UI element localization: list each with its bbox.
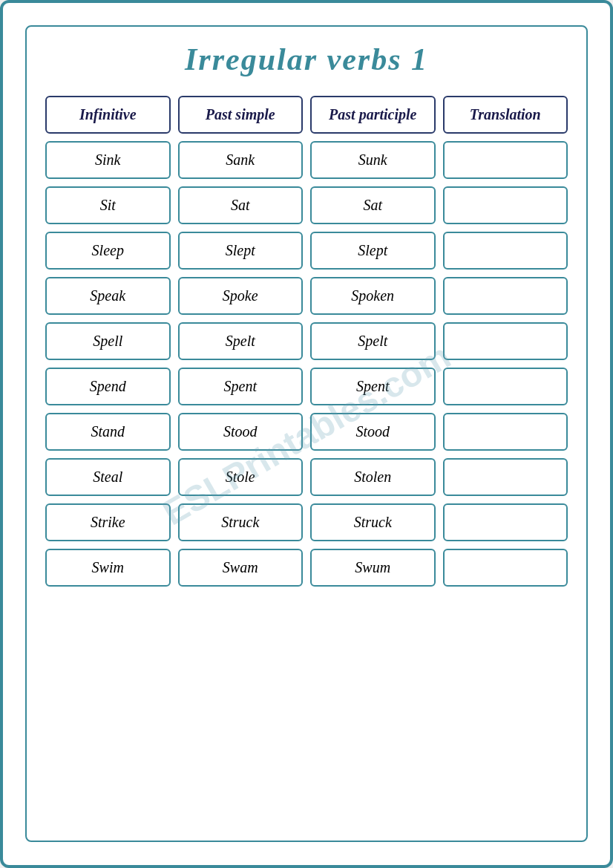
past-simple-cell: Slept <box>178 232 304 270</box>
translation-cell[interactable] <box>443 141 568 179</box>
translation-cell[interactable] <box>443 503 568 541</box>
translation-cell[interactable] <box>443 322 568 360</box>
infinitive-cell: Sink <box>45 141 171 179</box>
infinitive-cell: Sit <box>45 186 171 224</box>
table-row: SpendSpentSpent <box>45 368 568 405</box>
translation-cell[interactable] <box>443 549 568 587</box>
past-simple-cell: Spelt <box>178 322 304 360</box>
page-title: Irregular verbs 1 <box>45 42 568 77</box>
page: Irregular verbs 1 Infinitive Past simple… <box>0 0 613 868</box>
header-translation: Translation <box>443 96 568 134</box>
data-rows: SinkSankSunkSitSatSatSleepSleptSleptSpea… <box>45 141 568 587</box>
past-participle-cell: Sunk <box>310 141 436 179</box>
past-simple-cell: Stood <box>178 413 304 451</box>
table-row: StandStoodStood <box>45 413 568 451</box>
past-participle-cell: Spoken <box>310 277 436 315</box>
infinitive-cell: Sleep <box>45 232 171 270</box>
table-row: SpeakSpokeSpoken <box>45 277 568 315</box>
translation-cell[interactable] <box>443 458 568 496</box>
past-simple-cell: Sank <box>178 141 304 179</box>
past-participle-cell: Swum <box>310 549 436 587</box>
translation-cell[interactable] <box>443 232 568 270</box>
translation-cell[interactable] <box>443 277 568 315</box>
past-participle-cell: Struck <box>310 503 436 541</box>
past-participle-cell: Stolen <box>310 458 436 496</box>
past-simple-cell: Sat <box>178 186 304 224</box>
past-simple-cell: Struck <box>178 503 304 541</box>
translation-cell[interactable] <box>443 186 568 224</box>
past-simple-cell: Stole <box>178 458 304 496</box>
infinitive-cell: Spend <box>45 368 171 405</box>
verbs-table: Infinitive Past simple Past participle T… <box>45 96 568 587</box>
infinitive-cell: Swim <box>45 549 171 587</box>
past-simple-cell: Swam <box>178 549 304 587</box>
past-participle-cell: Slept <box>310 232 436 270</box>
infinitive-cell: Stand <box>45 413 171 451</box>
infinitive-cell: Speak <box>45 277 171 315</box>
table-row: StealStoleStolen <box>45 458 568 496</box>
table-row: StrikeStruckStruck <box>45 503 568 541</box>
table-row: SinkSankSunk <box>45 141 568 179</box>
page-inner: Irregular verbs 1 Infinitive Past simple… <box>25 25 588 842</box>
infinitive-cell: Steal <box>45 458 171 496</box>
infinitive-cell: Spell <box>45 322 171 360</box>
table-row: SleepSleptSlept <box>45 232 568 270</box>
translation-cell[interactable] <box>443 413 568 451</box>
header-past-simple: Past simple <box>178 96 304 134</box>
table-row: SitSatSat <box>45 186 568 224</box>
translation-cell[interactable] <box>443 368 568 405</box>
infinitive-cell: Strike <box>45 503 171 541</box>
past-participle-cell: Spelt <box>310 322 436 360</box>
past-participle-cell: Stood <box>310 413 436 451</box>
past-simple-cell: Spoke <box>178 277 304 315</box>
past-simple-cell: Spent <box>178 368 304 405</box>
header-past-participle: Past participle <box>310 96 436 134</box>
past-participle-cell: Spent <box>310 368 436 405</box>
header-infinitive: Infinitive <box>45 96 171 134</box>
header-row: Infinitive Past simple Past participle T… <box>45 96 568 134</box>
table-row: SpellSpeltSpelt <box>45 322 568 360</box>
past-participle-cell: Sat <box>310 186 436 224</box>
table-row: SwimSwamSwum <box>45 549 568 587</box>
